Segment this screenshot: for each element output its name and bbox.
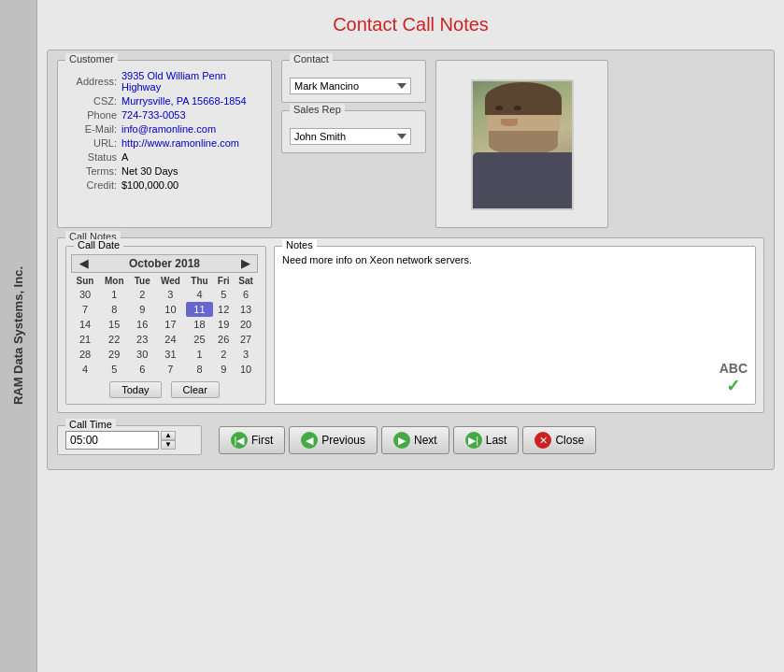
first-icon: |◀	[231, 432, 248, 449]
calendar-day[interactable]: 24	[155, 332, 186, 347]
customer-legend: Customer	[65, 53, 118, 64]
time-down-button[interactable]: ▼	[161, 440, 176, 450]
sidebar: RAM Data Systems, Inc.	[0, 0, 37, 672]
last-icon: ▶|	[465, 432, 482, 449]
clear-button[interactable]: Clear	[171, 381, 220, 398]
next-button[interactable]: ▶ Next	[381, 426, 449, 454]
contact-sales-column: Contact Mark Mancino Sales Rep John Smit…	[281, 60, 426, 228]
calendar-day[interactable]: 25	[186, 332, 213, 347]
address-row: Address: 3935 Old William Penn Highway	[65, 70, 264, 93]
calendar-day[interactable]: 19	[213, 317, 234, 332]
spellcheck-area: ABC ✓	[720, 361, 748, 396]
contact-photo	[471, 79, 574, 210]
calendar-day[interactable]: 31	[155, 347, 186, 362]
calendar-day[interactable]: 16	[129, 317, 155, 332]
status-row: Status A	[65, 151, 264, 163]
calendar-day[interactable]: 18	[186, 317, 213, 332]
calendar-day[interactable]: 27	[234, 332, 258, 347]
phone-value: 724-733-0053	[121, 109, 186, 121]
first-label: First	[251, 434, 273, 447]
sales-rep-panel: Sales Rep John Smith	[281, 110, 426, 153]
today-button[interactable]: Today	[109, 381, 161, 398]
calendar-buttons: Today Clear	[71, 381, 258, 398]
calendar-day[interactable]: 28	[71, 347, 99, 362]
calendar-grid: SunMonTueWedThuFriSat 301234567891011121…	[71, 275, 258, 377]
last-label: Last	[486, 434, 507, 447]
phone-row: Phone 724-733-0053	[65, 109, 264, 121]
csz-row: CSZ: Murrysville, PA 15668-1854	[65, 95, 264, 107]
close-button[interactable]: ✕ Close	[522, 426, 596, 454]
call-date-box: Call Date ◀ October 2018 ▶ SunMonTueWedT…	[65, 246, 266, 405]
last-button[interactable]: ▶| Last	[453, 426, 520, 454]
call-time-legend: Call Time	[65, 419, 116, 430]
previous-button[interactable]: ◀ Previous	[289, 426, 378, 454]
calendar-day[interactable]: 20	[234, 317, 258, 332]
time-up-button[interactable]: ▲	[161, 431, 176, 440]
calendar-day[interactable]: 15	[99, 317, 129, 332]
calendar-day[interactable]: 1	[186, 347, 213, 362]
calendar-day[interactable]: 13	[234, 302, 258, 317]
calendar-day[interactable]: 2	[213, 347, 234, 362]
footer-section: Call Time ▲ ▼ |◀ First ◀ Previous	[57, 421, 764, 460]
calendar-day[interactable]: 8	[186, 362, 213, 377]
contact-legend: Contact	[290, 53, 333, 64]
calendar: ◀ October 2018 ▶ SunMonTueWedThuFriSat 3…	[71, 254, 258, 398]
calendar-day[interactable]: 5	[99, 362, 129, 377]
address-value: 3935 Old William Penn Highway	[121, 70, 264, 93]
terms-label: Terms:	[65, 165, 117, 177]
terms-row: Terms: Net 30 Days	[65, 165, 264, 177]
calendar-day[interactable]: 17	[155, 317, 186, 332]
calendar-day[interactable]: 9	[129, 302, 155, 317]
calendar-month-year: October 2018	[129, 257, 200, 270]
outer-panel: Customer Address: 3935 Old William Penn …	[47, 50, 775, 470]
calendar-day[interactable]: 3	[155, 287, 186, 302]
calendar-day[interactable]: 7	[71, 302, 99, 317]
next-label: Next	[414, 434, 437, 447]
top-row: Customer Address: 3935 Old William Penn …	[57, 60, 764, 228]
credit-row: Credit: $100,000.00	[65, 179, 264, 191]
previous-label: Previous	[321, 434, 365, 447]
calendar-day[interactable]: 7	[155, 362, 186, 377]
calendar-day[interactable]: 5	[213, 287, 234, 302]
notes-box: Notes Need more info on Xeon network ser…	[274, 246, 756, 405]
calendar-day[interactable]: 30	[129, 347, 155, 362]
calendar-header: ◀ October 2018 ▶	[71, 254, 258, 273]
calendar-day[interactable]: 29	[99, 347, 129, 362]
calendar-day[interactable]: 1	[99, 287, 129, 302]
calendar-day[interactable]: 23	[129, 332, 155, 347]
contact-dropdown[interactable]: Mark Mancino	[290, 78, 411, 94]
photo-placeholder	[473, 79, 572, 210]
calendar-day[interactable]: 22	[99, 332, 129, 347]
calendar-day[interactable]: 8	[99, 302, 129, 317]
csz-label: CSZ:	[65, 95, 117, 107]
calendar-day[interactable]: 4	[71, 362, 99, 377]
calendar-day[interactable]: 21	[71, 332, 99, 347]
calendar-day[interactable]: 14	[71, 317, 99, 332]
terms-value: Net 30 Days	[121, 165, 178, 177]
calendar-day[interactable]: 4	[186, 287, 213, 302]
email-value: info@ramonline.com	[121, 123, 216, 135]
calendar-day[interactable]: 6	[129, 362, 155, 377]
calendar-day[interactable]: 30	[71, 287, 99, 302]
next-month-button[interactable]: ▶	[237, 257, 253, 270]
credit-value: $100,000.00	[121, 179, 178, 191]
call-time-input[interactable]	[65, 431, 159, 450]
calendar-day[interactable]: 10	[155, 302, 186, 317]
calendar-day[interactable]: 26	[213, 332, 234, 347]
notes-legend: Notes	[282, 239, 317, 250]
abc-icon: ABC	[720, 361, 748, 376]
calendar-day[interactable]: 9	[213, 362, 234, 377]
calendar-day[interactable]: 12	[213, 302, 234, 317]
calendar-day[interactable]: 2	[129, 287, 155, 302]
url-value: http://www.ramonline.com	[121, 137, 239, 149]
next-icon: ▶	[393, 432, 410, 449]
close-label: Close	[555, 434, 584, 447]
calendar-day[interactable]: 6	[234, 287, 258, 302]
calendar-day[interactable]: 11	[186, 302, 213, 317]
sales-rep-dropdown[interactable]: John Smith	[290, 128, 411, 145]
prev-month-button[interactable]: ◀	[76, 257, 92, 270]
calendar-day[interactable]: 10	[234, 362, 258, 377]
calendar-day[interactable]: 3	[234, 347, 258, 362]
sales-rep-legend: Sales Rep	[290, 104, 345, 115]
first-button[interactable]: |◀ First	[219, 426, 285, 454]
